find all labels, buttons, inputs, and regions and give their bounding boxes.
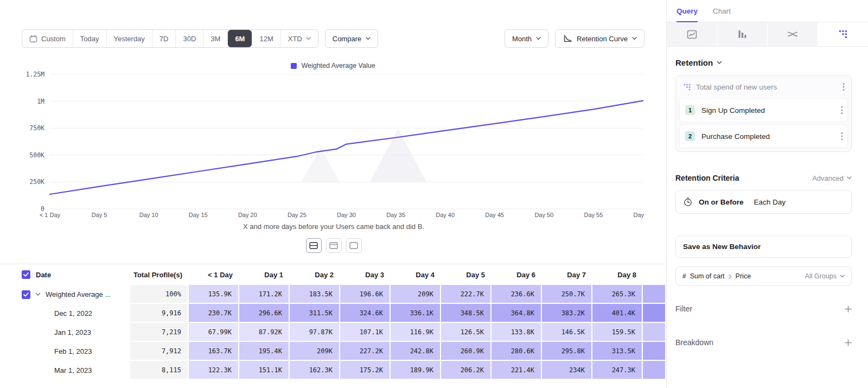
retention-cell[interactable]: 364.8K bbox=[492, 304, 542, 323]
retention-cell[interactable]: 87.92K bbox=[239, 323, 290, 342]
retention-cell[interactable]: 236.6K bbox=[492, 285, 542, 304]
compare-button[interactable]: Compare bbox=[325, 29, 378, 48]
retention-cell[interactable]: 348.5K bbox=[441, 304, 492, 323]
retention-cell[interactable]: 135.9K bbox=[189, 285, 239, 304]
retention-cell[interactable]: 116.9K bbox=[391, 323, 441, 342]
retention-cell-cut[interactable] bbox=[643, 304, 666, 323]
kebab-menu-icon[interactable] bbox=[843, 82, 845, 91]
range-7d[interactable]: 7D bbox=[152, 30, 176, 47]
range-3m[interactable]: 3M bbox=[203, 30, 227, 47]
retention-cell-cut[interactable] bbox=[643, 342, 666, 361]
retention-cell-cut[interactable] bbox=[643, 323, 666, 342]
retention-cell[interactable]: 97.87K bbox=[290, 323, 340, 342]
retention-cell[interactable]: 189.9K bbox=[391, 361, 441, 380]
row-label-date[interactable]: Mar 1, 2023 bbox=[0, 361, 130, 380]
flows-icon[interactable] bbox=[768, 22, 818, 46]
retention-cell[interactable]: 196.6K bbox=[340, 285, 391, 304]
chart-style-button[interactable]: Retention Curve bbox=[555, 29, 644, 48]
split-top-layout-button[interactable] bbox=[326, 238, 342, 253]
total-profiles-cell[interactable]: 7,219 bbox=[130, 323, 189, 342]
retention-section-dropdown[interactable]: Retention bbox=[675, 58, 852, 67]
retention-cell[interactable]: 234K bbox=[542, 361, 592, 380]
save-as-new-behavior-button[interactable]: Save as New Behavior bbox=[675, 236, 852, 258]
insights-icon[interactable] bbox=[667, 22, 717, 46]
row-label-date[interactable]: Feb 1, 2023 bbox=[0, 342, 130, 361]
retention-cell[interactable]: 230.7K bbox=[189, 304, 239, 323]
row-label-weighted-average[interactable]: Weighted Average ... bbox=[0, 285, 130, 304]
retention-cell[interactable]: 250.7K bbox=[542, 285, 592, 304]
range-today[interactable]: Today bbox=[73, 30, 106, 47]
groups-dropdown[interactable]: All Groups bbox=[805, 272, 845, 280]
funnels-icon[interactable] bbox=[717, 22, 768, 46]
criteria-timing-card[interactable]: On or Before Each Day bbox=[675, 190, 852, 214]
add-breakdown-button[interactable] bbox=[845, 339, 852, 346]
retention-cell[interactable]: 183.5K bbox=[290, 285, 340, 304]
retention-icon[interactable] bbox=[818, 22, 868, 46]
retention-cell[interactable]: 163.7K bbox=[189, 342, 239, 361]
retention-cell[interactable]: 107.1K bbox=[340, 323, 391, 342]
retention-cell-cut[interactable] bbox=[643, 361, 666, 380]
measurement-row[interactable]: # Sum of cart Price All Groups bbox=[675, 266, 852, 286]
retention-cell[interactable]: 222.7K bbox=[441, 285, 492, 304]
retention-cell[interactable]: 209K bbox=[391, 285, 441, 304]
row-label-date[interactable]: Dec 1, 2022 bbox=[0, 304, 130, 323]
retention-cell[interactable]: 171.2K bbox=[239, 285, 290, 304]
kebab-menu-icon[interactable] bbox=[841, 106, 843, 115]
retention-cell[interactable]: 313.5K bbox=[592, 342, 643, 361]
retention-cell[interactable]: 265.3K bbox=[592, 285, 643, 304]
retention-cell[interactable]: 122.3K bbox=[189, 361, 239, 380]
weighted-average-line[interactable] bbox=[50, 101, 643, 194]
column-header[interactable]: Day 4 bbox=[391, 264, 441, 285]
checkbox[interactable] bbox=[22, 290, 30, 299]
retention-cell[interactable]: 324.6K bbox=[340, 304, 391, 323]
retention-cell[interactable]: 159.5K bbox=[592, 323, 643, 342]
retention-cell[interactable]: 151.1K bbox=[239, 361, 290, 380]
add-filter-button[interactable] bbox=[845, 306, 852, 313]
criteria-mode-dropdown[interactable]: Advanced bbox=[812, 174, 852, 182]
column-header[interactable]: Total Profile(s) bbox=[130, 264, 189, 285]
retention-cell[interactable]: 126.5K bbox=[441, 323, 492, 342]
total-profiles-cell[interactable]: 100% bbox=[130, 285, 189, 304]
single-pane-layout-button[interactable] bbox=[346, 238, 362, 253]
kebab-menu-icon[interactable] bbox=[841, 132, 843, 141]
retention-cell[interactable]: 133.8K bbox=[492, 323, 542, 342]
column-header[interactable]: Day 1 bbox=[239, 264, 290, 285]
range-custom[interactable]: Custom bbox=[22, 30, 73, 47]
row-label-date[interactable]: Jan 1, 2023 bbox=[0, 323, 130, 342]
retention-cell[interactable]: 336.1K bbox=[391, 304, 441, 323]
column-header[interactable]: Day 3 bbox=[340, 264, 391, 285]
retention-cell[interactable]: 209K bbox=[290, 342, 340, 361]
retention-cell[interactable]: 383.2K bbox=[542, 304, 592, 323]
tab-query[interactable]: Query bbox=[676, 7, 698, 22]
granularity-button[interactable]: Month bbox=[505, 29, 548, 48]
total-profiles-cell[interactable]: 7,912 bbox=[130, 342, 189, 361]
total-profiles-cell[interactable]: 9,916 bbox=[130, 304, 189, 323]
retention-cell[interactable]: 227.2K bbox=[340, 342, 391, 361]
range-xtd[interactable]: XTD bbox=[280, 30, 318, 47]
column-header[interactable]: Day 2 bbox=[290, 264, 340, 285]
chevron-down-icon[interactable] bbox=[35, 292, 41, 296]
column-header[interactable]: Day 8 bbox=[592, 264, 643, 285]
behavior-step[interactable]: 2Purchase Completed bbox=[679, 124, 848, 148]
retention-cell[interactable]: 195.4K bbox=[239, 342, 290, 361]
retention-cell[interactable]: 221.4K bbox=[492, 361, 542, 380]
behavior-card-header[interactable]: Total spend of new users bbox=[676, 76, 851, 96]
column-header[interactable]: Day 5 bbox=[441, 264, 492, 285]
behavior-step[interactable]: 1Sign Up Completed bbox=[679, 98, 848, 122]
retention-cell[interactable]: 247.3K bbox=[592, 361, 643, 380]
tab-chart[interactable]: Chart bbox=[713, 7, 731, 22]
range-30d[interactable]: 30D bbox=[175, 30, 203, 47]
retention-cell[interactable]: 242.8K bbox=[391, 342, 441, 361]
range-yesterday[interactable]: Yesterday bbox=[106, 30, 152, 47]
retention-cell[interactable]: 311.5K bbox=[290, 304, 340, 323]
retention-cell[interactable]: 295.8K bbox=[542, 342, 592, 361]
retention-cell[interactable]: 175.2K bbox=[340, 361, 391, 380]
split-horizontal-layout-button[interactable] bbox=[306, 238, 322, 253]
retention-cell[interactable]: 206.2K bbox=[441, 361, 492, 380]
column-header[interactable]: Day 7 bbox=[542, 264, 592, 285]
column-header-date[interactable]: Date bbox=[0, 264, 130, 285]
retention-cell[interactable]: 146.5K bbox=[542, 323, 592, 342]
range-6m[interactable]: 6M bbox=[227, 30, 252, 47]
retention-cell[interactable]: 401.4K bbox=[592, 304, 643, 323]
retention-cell[interactable]: 296.6K bbox=[239, 304, 290, 323]
